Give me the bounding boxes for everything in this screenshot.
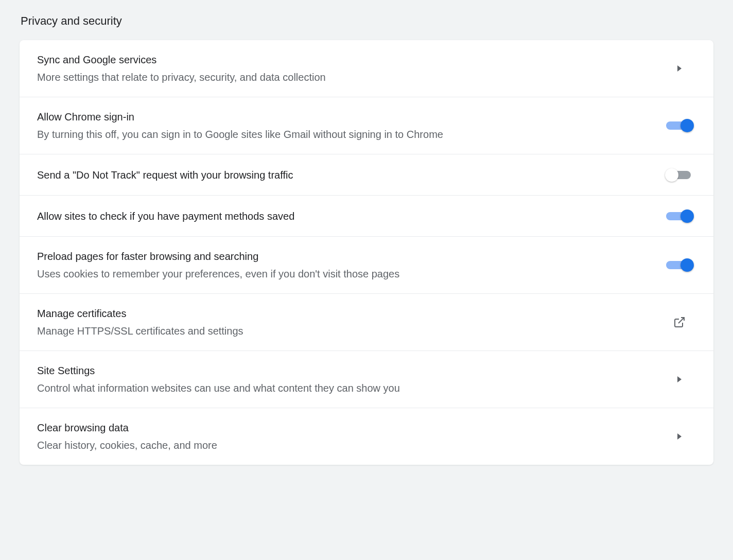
row-title: Allow Chrome sign-in <box>37 110 664 124</box>
row-sync-google-services[interactable]: Sync and Google services More settings t… <box>20 40 713 97</box>
row-title: Allow sites to check if you have payment… <box>37 209 664 223</box>
row-subtitle: More settings that relate to privacy, se… <box>37 70 664 84</box>
toggle-preload-pages[interactable] <box>666 258 693 272</box>
row-action <box>664 258 695 272</box>
row-title: Preload pages for faster browsing and se… <box>37 249 664 264</box>
row-subtitle: By turning this off, you can sign in to … <box>37 127 664 142</box>
row-text: Site Settings Control what information w… <box>37 363 664 395</box>
row-manage-certificates[interactable]: Manage certificates Manage HTTPS/SSL cer… <box>20 294 713 351</box>
row-text: Manage certificates Manage HTTPS/SSL cer… <box>37 306 664 338</box>
chevron-right-icon <box>677 65 682 72</box>
row-text: Preload pages for faster browsing and se… <box>37 249 664 281</box>
row-allow-chrome-signin[interactable]: Allow Chrome sign-in By turning this off… <box>20 97 713 154</box>
toggle-knob <box>680 258 694 272</box>
row-title: Send a "Do Not Track" request with your … <box>37 168 664 182</box>
toggle-knob <box>665 168 678 182</box>
toggle-knob <box>680 209 694 223</box>
row-preload-pages[interactable]: Preload pages for faster browsing and se… <box>20 237 713 294</box>
row-subtitle: Manage HTTPS/SSL certificates and settin… <box>37 324 664 338</box>
row-action <box>664 433 695 440</box>
toggle-knob <box>680 119 694 132</box>
row-action <box>664 376 695 382</box>
row-title: Clear browsing data <box>37 421 664 435</box>
row-text: Send a "Do Not Track" request with your … <box>37 168 664 182</box>
row-clear-browsing-data[interactable]: Clear browsing data Clear history, cooki… <box>20 408 713 465</box>
settings-card: Sync and Google services More settings t… <box>20 40 713 465</box>
chevron-right-icon <box>677 433 682 440</box>
row-action <box>664 65 695 72</box>
toggle-do-not-track[interactable] <box>666 168 693 182</box>
toggle-check-payment-methods[interactable] <box>666 209 693 223</box>
row-text: Sync and Google services More settings t… <box>37 52 664 84</box>
row-subtitle: Clear history, cookies, cache, and more <box>37 438 664 452</box>
row-subtitle: Control what information websites can us… <box>37 381 664 395</box>
row-check-payment-methods[interactable]: Allow sites to check if you have payment… <box>20 196 713 237</box>
section-title: Privacy and security <box>0 0 733 40</box>
row-text: Allow sites to check if you have payment… <box>37 209 664 223</box>
row-subtitle: Uses cookies to remember your preference… <box>37 267 664 281</box>
row-action <box>664 168 695 182</box>
row-text: Allow Chrome sign-in By turning this off… <box>37 110 664 142</box>
row-text: Clear browsing data Clear history, cooki… <box>37 421 664 452</box>
external-link-icon <box>673 316 686 328</box>
chevron-right-icon <box>677 376 682 382</box>
row-action <box>664 209 695 223</box>
row-title: Site Settings <box>37 363 664 378</box>
row-site-settings[interactable]: Site Settings Control what information w… <box>20 351 713 408</box>
row-title: Sync and Google services <box>37 52 664 67</box>
row-title: Manage certificates <box>37 306 664 321</box>
row-action <box>664 316 695 328</box>
row-action <box>664 119 695 132</box>
row-do-not-track[interactable]: Send a "Do Not Track" request with your … <box>20 154 713 196</box>
toggle-allow-chrome-signin[interactable] <box>666 119 693 132</box>
